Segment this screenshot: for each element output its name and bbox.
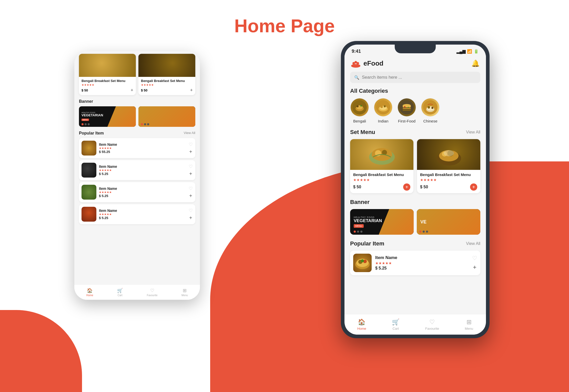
back-plus-3[interactable]: + bbox=[189, 193, 192, 199]
bell-icon[interactable]: 🔔 bbox=[471, 58, 480, 68]
firstfood-img bbox=[398, 98, 416, 116]
back-add-btn-2[interactable]: + bbox=[190, 88, 193, 93]
back-item-img-4 bbox=[82, 207, 96, 222]
back-menu-card-2: Bengali Breakfast Set Menu ★★★★★ $ 50 + bbox=[138, 54, 195, 95]
set-menu-add-2[interactable]: + bbox=[470, 183, 477, 191]
back-heart-2[interactable]: ♡ bbox=[189, 164, 193, 169]
back-nav-cart-label: Cart bbox=[118, 294, 123, 297]
background-arc-left bbox=[0, 310, 82, 392]
back-price-2: $ 50 bbox=[141, 88, 147, 92]
back-item-img-3 bbox=[82, 185, 96, 200]
category-label-firstfood: First-Food bbox=[398, 119, 415, 123]
wifi-icon: 📶 bbox=[467, 49, 472, 54]
back-heart-1[interactable]: ♡ bbox=[189, 142, 193, 147]
svg-point-36 bbox=[444, 150, 454, 156]
search-input[interactable] bbox=[362, 75, 476, 80]
status-time: 9:41 bbox=[352, 49, 361, 54]
nav-home[interactable]: 🏠 Home bbox=[357, 318, 366, 331]
categories-title: All Categories bbox=[350, 88, 388, 94]
category-chinese[interactable]: Chinese bbox=[421, 98, 440, 123]
category-circle-bengali bbox=[350, 98, 369, 117]
back-item-name-1: Item Name bbox=[99, 142, 186, 147]
bengali-img bbox=[351, 98, 369, 116]
cart-icon: 🛒 bbox=[392, 318, 400, 326]
nav-cart[interactable]: 🛒 Cart bbox=[392, 318, 400, 331]
back-plus-4[interactable]: + bbox=[189, 215, 192, 221]
back-nav-menu[interactable]: ⊞ Menu bbox=[181, 288, 188, 297]
signal-icon: ▂▄▆ bbox=[456, 49, 465, 54]
back-plus-2[interactable]: + bbox=[189, 171, 192, 177]
back-item-name-3: Item Name bbox=[99, 187, 186, 191]
set-menu-header: Set Menu View All bbox=[350, 129, 480, 136]
popular-item-price-1: $ 5.25 bbox=[375, 266, 469, 271]
back-item-stars-4: ★★★★★ bbox=[99, 213, 186, 216]
back-item-img-1 bbox=[82, 141, 96, 156]
back-popular-item-1: Item Name ★★★★★ $ 55.25 ♡ + bbox=[79, 138, 195, 158]
popular-heart-1[interactable]: ♡ bbox=[472, 255, 477, 262]
banner2-dot-2 bbox=[144, 123, 146, 125]
category-firstfood[interactable]: First-Food bbox=[397, 98, 416, 123]
svg-point-41 bbox=[361, 259, 364, 262]
chinese-img bbox=[421, 98, 439, 116]
page-title: Home Page bbox=[234, 15, 335, 36]
category-bengali[interactable]: Bengali bbox=[350, 98, 369, 123]
popular-header: Popular Item View All bbox=[350, 240, 480, 247]
back-view-all[interactable]: View All bbox=[184, 131, 195, 136]
search-bar[interactable]: 🔍 bbox=[350, 72, 480, 83]
back-nav-fav[interactable]: ♡ Favourite bbox=[147, 288, 158, 297]
back-banner-card-2 bbox=[138, 106, 195, 127]
back-nav-home[interactable]: 🏠 Home bbox=[86, 288, 93, 297]
svg-point-15 bbox=[384, 105, 386, 107]
set-menu-price-2: $ 50 bbox=[420, 185, 428, 189]
back-menu-icon: ⊞ bbox=[183, 288, 187, 293]
back-bottom-nav: 🏠 Home 🛒 Cart ♡ Favourite ⊞ Menu bbox=[74, 284, 200, 300]
back-nav-cart[interactable]: 🛒 Cart bbox=[117, 288, 123, 297]
svg-point-9 bbox=[357, 105, 359, 107]
back-nav-menu-label: Menu bbox=[181, 294, 188, 297]
nav-menu[interactable]: ⊞ Menu bbox=[465, 318, 473, 331]
banner-dot-3 bbox=[88, 123, 90, 125]
popular-item-1: Item Name ★★★★★ $ 5.25 ♡ + bbox=[350, 251, 480, 275]
back-banner-sub: MENU bbox=[82, 119, 89, 121]
back-popular-header: Popular Item View All bbox=[79, 131, 195, 136]
banner-dot-1 bbox=[82, 123, 84, 125]
svg-point-5 bbox=[358, 65, 360, 66]
set-menu-card-title-1: Bengali Breakfast Set Menu bbox=[353, 172, 410, 177]
svg-point-20 bbox=[403, 104, 411, 107]
set-menu-img-2 bbox=[417, 139, 480, 170]
back-menu-title-2: Bengali Breakfast Set Menu bbox=[141, 79, 193, 83]
back-nav-fav-label: Favourite bbox=[147, 294, 158, 297]
back-banner-title: Banner bbox=[79, 99, 93, 104]
category-circle-indian bbox=[374, 98, 393, 117]
back-popular-title: Popular Item bbox=[79, 131, 104, 136]
nav-fav[interactable]: ♡ Favourite bbox=[425, 318, 439, 331]
back-item-stars-1: ★★★★★ bbox=[99, 147, 186, 150]
set-menu-view-all[interactable]: View All bbox=[466, 130, 480, 135]
nav-fav-label: Favourite bbox=[425, 327, 439, 331]
back-add-btn-1[interactable]: + bbox=[130, 88, 133, 93]
svg-point-14 bbox=[380, 106, 383, 108]
back-home-icon: 🏠 bbox=[87, 288, 93, 293]
phone-front-inner: 9:41 ▂▄▆ 📶 🔋 bbox=[344, 45, 486, 335]
set-menu-price-1: $ 50 bbox=[353, 185, 361, 189]
popular-item-img-1 bbox=[353, 254, 372, 272]
home-icon: 🏠 bbox=[358, 318, 365, 326]
set-menu-title: Set Menu bbox=[350, 129, 375, 136]
back-menu-card-1: Bengali Breakfast Set Menu ★★★★★ $ 50 + bbox=[79, 54, 136, 95]
popular-plus-1[interactable]: + bbox=[473, 264, 476, 271]
back-plus-1[interactable]: + bbox=[189, 149, 192, 155]
phone-notch bbox=[395, 45, 436, 53]
back-item-name-2: Item Name bbox=[99, 164, 186, 169]
back-popular-item-3: Item Name ★★★★★ $ 5.25 ♡ + bbox=[79, 182, 195, 202]
banner-title: Banner bbox=[350, 199, 370, 205]
back-heart-4[interactable]: ♡ bbox=[189, 208, 193, 213]
svg-rect-18 bbox=[403, 108, 411, 109]
back-fav-icon: ♡ bbox=[150, 288, 154, 293]
popular-view-all[interactable]: View All bbox=[466, 241, 480, 246]
category-indian[interactable]: Indian bbox=[374, 98, 393, 123]
back-menu-img-1 bbox=[79, 54, 136, 77]
back-heart-3[interactable]: ♡ bbox=[189, 186, 193, 191]
app-content: eFood 🔔 🔍 All Categories bbox=[344, 55, 486, 315]
banner-main-1: VEGETARIAN bbox=[354, 219, 382, 223]
set-menu-add-1[interactable]: + bbox=[403, 183, 410, 191]
